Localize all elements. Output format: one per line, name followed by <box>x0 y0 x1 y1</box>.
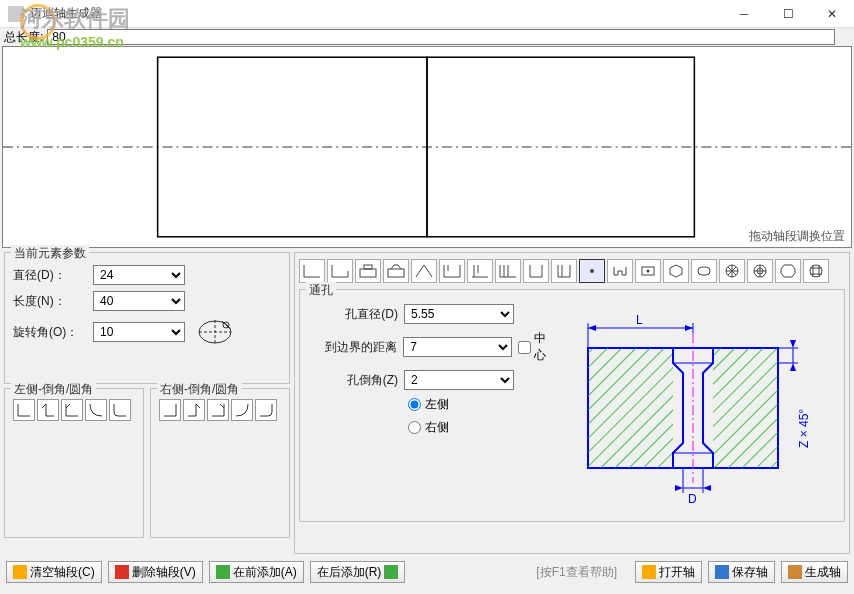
window-title: 迈迪轴生成器 <box>30 5 722 22</box>
right-chamfer-opt-3[interactable] <box>207 399 229 421</box>
feature-icon-1[interactable] <box>299 259 325 283</box>
add-after-button[interactable]: 在后添加(R) <box>310 561 406 583</box>
help-hint: [按F1查看帮助] <box>536 564 617 581</box>
rotation-label: 旋转角(O)： <box>13 324 93 341</box>
close-button[interactable]: ✕ <box>810 0 854 28</box>
svg-marker-36 <box>675 485 683 491</box>
hole-chamfer-select[interactable]: 2 <box>404 370 514 390</box>
total-length-row: 总长度: <box>0 28 854 46</box>
svg-marker-37 <box>703 485 711 491</box>
feature-icon-through-hole[interactable] <box>579 259 605 283</box>
feature-icon-3[interactable] <box>355 259 381 283</box>
clear-button[interactable]: 清空轴段(C) <box>6 561 102 583</box>
rotation-icon <box>195 317 239 347</box>
rotation-select[interactable]: 10 <box>93 322 185 342</box>
svg-marker-31 <box>685 325 693 331</box>
open-button[interactable]: 打开轴 <box>635 561 702 583</box>
feature-icon-7[interactable] <box>467 259 493 283</box>
svg-point-19 <box>810 265 822 277</box>
feature-icon-14[interactable] <box>663 259 689 283</box>
right-chamfer-opt-1[interactable] <box>159 399 181 421</box>
hole-chamfer-label: 孔倒角(Z) <box>308 372 404 389</box>
length-select[interactable]: 40 <box>93 291 185 311</box>
right-chamfer-opt-2[interactable] <box>183 399 205 421</box>
left-chamfer-group: 左侧-倒角/圆角 <box>4 388 144 538</box>
total-length-label: 总长度: <box>4 29 43 46</box>
feature-icon-5[interactable] <box>411 259 437 283</box>
left-chamfer-opt-1[interactable] <box>13 399 35 421</box>
left-chamfer-opt-2[interactable] <box>37 399 59 421</box>
current-params-group: 当前元素参数 直径(D)： 24 长度(N)： 40 旋转角(O)： 10 <box>4 252 290 384</box>
minimize-button[interactable]: ─ <box>722 0 766 28</box>
feature-icon-12[interactable] <box>607 259 633 283</box>
svg-text:D: D <box>688 492 697 506</box>
left-chamfer-opt-5[interactable] <box>109 399 131 421</box>
shaft-canvas[interactable]: 拖动轴段调换位置 <box>2 46 852 248</box>
total-length-input[interactable] <box>47 29 835 45</box>
right-chamfer-opt-4[interactable] <box>231 399 253 421</box>
save-button[interactable]: 保存轴 <box>708 561 775 583</box>
feature-icon-16[interactable] <box>719 259 745 283</box>
feature-icon-13[interactable] <box>635 259 661 283</box>
feature-icon-19[interactable] <box>803 259 829 283</box>
hole-distance-label: 到边界的距离 <box>308 339 403 356</box>
hole-diameter-label: 孔直径(D) <box>308 306 404 323</box>
svg-rect-23 <box>713 348 778 468</box>
feature-icon-6[interactable] <box>439 259 465 283</box>
right-chamfer-group: 右侧-倒角/圆角 <box>150 388 290 538</box>
feature-icon-15[interactable] <box>691 259 717 283</box>
side-right-radio[interactable]: 右侧 <box>408 419 558 436</box>
generate-button[interactable]: 生成轴 <box>781 561 848 583</box>
left-chamfer-opt-3[interactable] <box>61 399 83 421</box>
left-chamfer-opt-4[interactable] <box>85 399 107 421</box>
feature-icon-9[interactable] <box>523 259 549 283</box>
right-chamfer-opt-5[interactable] <box>255 399 277 421</box>
svg-marker-14 <box>670 265 682 277</box>
hole-diagram: L D Z × 45° <box>558 298 836 513</box>
feature-icon-2[interactable] <box>327 259 353 283</box>
maximize-button[interactable]: ☐ <box>766 0 810 28</box>
title-bar: 迈迪轴生成器 ─ ☐ ✕ <box>0 0 854 28</box>
hole-distance-select[interactable]: 7 <box>403 337 512 357</box>
feature-icon-18[interactable] <box>775 259 801 283</box>
diameter-select[interactable]: 24 <box>93 265 185 285</box>
svg-rect-22 <box>588 348 673 468</box>
svg-rect-8 <box>360 269 376 277</box>
svg-marker-42 <box>790 340 796 348</box>
feature-icon-17[interactable] <box>747 259 773 283</box>
svg-rect-9 <box>364 265 372 269</box>
feature-icon-10[interactable] <box>551 259 577 283</box>
feature-icon-4[interactable] <box>383 259 409 283</box>
center-checkbox[interactable] <box>518 341 531 354</box>
side-left-radio[interactable]: 左侧 <box>408 396 558 413</box>
feature-panel: 通孔 孔直径(D) 5.55 到边界的距离 7 中心 孔倒角(Z) 2 <box>294 252 850 554</box>
svg-rect-15 <box>698 267 710 275</box>
app-icon <box>8 6 24 22</box>
svg-marker-43 <box>790 363 796 371</box>
hole-diameter-select[interactable]: 5.55 <box>404 304 514 324</box>
length-label: 长度(N)： <box>13 293 93 310</box>
svg-text:L: L <box>636 313 643 327</box>
canvas-hint: 拖动轴段调换位置 <box>749 228 845 245</box>
svg-rect-10 <box>388 269 404 277</box>
svg-point-13 <box>647 270 650 273</box>
delete-button[interactable]: 删除轴段(V) <box>108 561 203 583</box>
through-hole-group: 通孔 孔直径(D) 5.55 到边界的距离 7 中心 孔倒角(Z) 2 <box>299 289 845 522</box>
svg-point-11 <box>590 269 594 273</box>
bottom-toolbar: 清空轴段(C) 删除轴段(V) 在前添加(A) 在后添加(R) [按F1查看帮助… <box>0 558 854 586</box>
diameter-label: 直径(D)： <box>13 267 93 284</box>
svg-text:Z × 45°: Z × 45° <box>797 409 811 448</box>
feature-icon-8[interactable] <box>495 259 521 283</box>
svg-marker-30 <box>588 325 596 331</box>
add-before-button[interactable]: 在前添加(A) <box>209 561 304 583</box>
feature-type-toolbar <box>299 257 845 289</box>
